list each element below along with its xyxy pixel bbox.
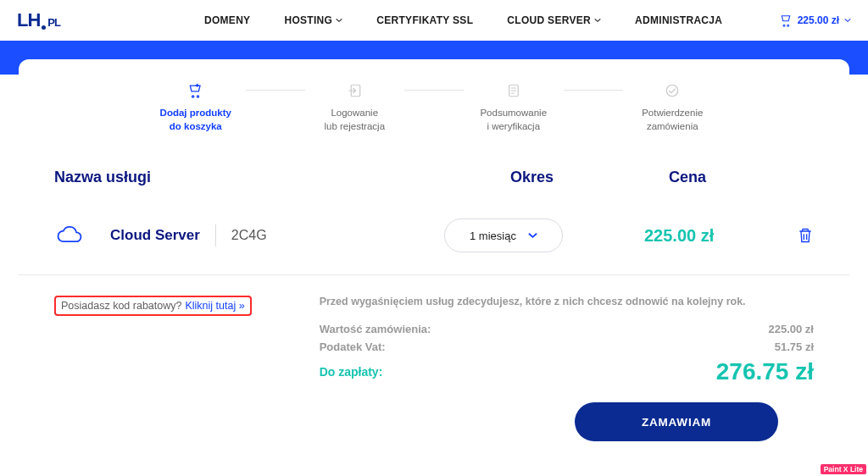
vat-label: Podatek Vat: — [320, 340, 386, 353]
chevron-down-icon — [594, 17, 601, 24]
login-icon — [345, 81, 364, 100]
total-label: Do zapłaty: — [320, 365, 383, 379]
watermark-badge: Paint X Lite — [821, 464, 866, 474]
cart-item-row: Cloud Server 2C4G 1 miesiąc 225.00 zł — [19, 196, 849, 275]
nav-domains[interactable]: DOMENY — [204, 14, 250, 26]
item-spec: 2C4G — [231, 228, 267, 243]
step-login: Logowanielub rejestracja — [305, 81, 405, 133]
period-value: 1 miesiąc — [470, 230, 516, 242]
subtotal-amount: 225.00 zł — [769, 323, 815, 335]
summary-total: Do zapłaty: 276.75 zł — [320, 358, 814, 385]
step-label: Logowanielub rejestracja — [324, 107, 385, 133]
item-price: 225.00 zł — [644, 226, 780, 246]
order-button-wrap: ZAMAWIAM — [320, 385, 814, 441]
period-select[interactable]: 1 miesiąc — [444, 219, 563, 252]
cart-link[interactable]: 225.00 zł — [779, 14, 851, 27]
summary-vat: Podatek Vat: 51.75 zł — [320, 340, 814, 353]
nav-cloud-server[interactable]: CLOUD SERVER — [507, 14, 601, 26]
bottom-section: Posiadasz kod rabatowy? Kliknij tutaj » … — [19, 275, 849, 441]
checkout-stepper: Dodaj produktydo koszyka Logowanielub re… — [19, 59, 849, 140]
vertical-divider — [215, 224, 216, 246]
summary-subtotal: Wartość zamówienia: 225.00 zł — [320, 323, 814, 335]
vat-amount: 51.75 zł — [775, 340, 814, 353]
cart-icon — [779, 14, 793, 27]
promo-link[interactable]: Kliknij tutaj » — [185, 300, 244, 312]
main-nav: DOMENY HOSTING CERTYFIKATY SSL CLOUD SER… — [204, 14, 722, 26]
cart-amount: 225.00 zł — [798, 14, 839, 26]
order-button[interactable]: ZAMAWIAM — [575, 402, 778, 441]
col-service-header: Nazwa usługi — [54, 169, 453, 186]
col-price-header: Cena — [597, 169, 814, 186]
promo-question: Posiadasz kod rabatowy? — [61, 300, 181, 312]
step-label: Dodaj produktydo koszyka — [160, 107, 231, 133]
header: LH PL DOMENY HOSTING CERTYFIKATY SSL CLO… — [0, 0, 868, 41]
chevron-down-icon — [844, 17, 851, 24]
summary-note: Przed wygaśnięciem usług zdecydujesz, kt… — [320, 296, 814, 307]
cloud-icon — [54, 224, 85, 247]
chevron-down-icon — [336, 17, 342, 24]
step-add-products: Dodaj produktydo koszyka — [146, 81, 246, 133]
total-amount: 276.75 zł — [716, 358, 814, 385]
nav-ssl[interactable]: CERTYFIKATY SSL — [376, 14, 473, 26]
trash-icon — [797, 226, 814, 245]
document-icon — [504, 81, 523, 100]
step-label: Potwierdzeniezamówienia — [642, 107, 703, 133]
main-card: Dodaj produktydo koszyka Logowanielub re… — [19, 59, 849, 476]
step-summary: Podsumowaniei weryfikacja — [464, 81, 564, 133]
check-circle-icon — [663, 81, 682, 100]
step-connector — [246, 90, 305, 91]
step-connector — [564, 90, 623, 91]
remove-item-button[interactable] — [797, 226, 814, 245]
column-headers: Nazwa usługi Okres Cena — [19, 140, 849, 196]
nav-admin[interactable]: ADMINISTRACJA — [635, 14, 722, 26]
col-period-header: Okres — [453, 169, 597, 186]
logo-main: LH — [17, 9, 40, 31]
step-connector — [404, 90, 464, 91]
order-summary: Przed wygaśnięciem usług zdecydujesz, kt… — [320, 296, 814, 441]
promo-code-callout: Posiadasz kod rabatowy? Kliknij tutaj » — [54, 296, 252, 316]
logo[interactable]: LH PL — [17, 9, 60, 31]
cart-add-icon — [186, 81, 205, 100]
item-name: Cloud Server — [110, 227, 200, 244]
chevron-down-icon — [528, 232, 537, 239]
step-label: Podsumowaniei weryfikacja — [480, 107, 547, 133]
subtotal-label: Wartość zamówienia: — [320, 323, 431, 335]
step-confirmation: Potwierdzeniezamówienia — [623, 81, 723, 133]
logo-suffix: PL — [47, 16, 60, 29]
nav-hosting[interactable]: HOSTING — [284, 14, 342, 26]
logo-dot-icon — [42, 25, 46, 30]
promo-wrap: Posiadasz kod rabatowy? Kliknij tutaj » — [54, 296, 252, 441]
svg-point-2 — [667, 85, 679, 97]
